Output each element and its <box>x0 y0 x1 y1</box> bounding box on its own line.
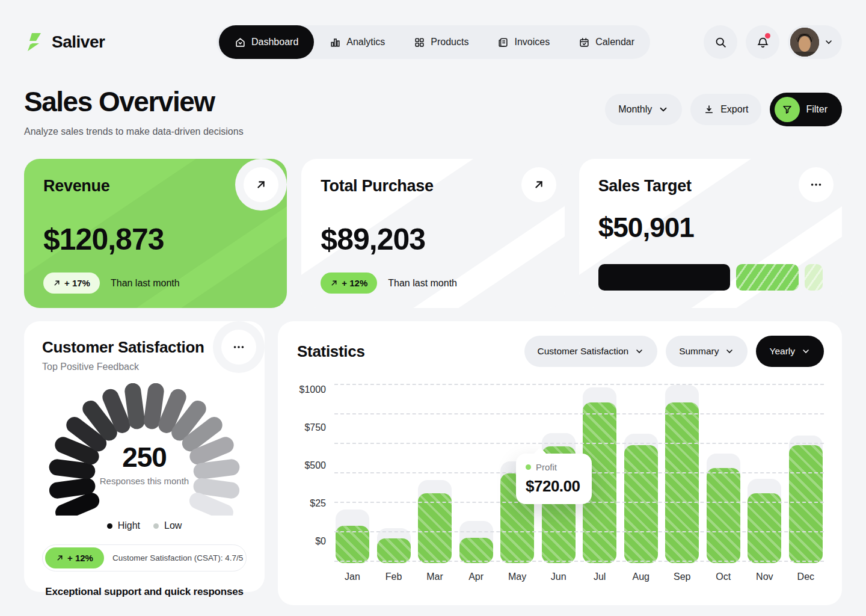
total-purchase-value: $89,203 <box>321 222 545 257</box>
statistics-dropdown-yearly[interactable]: Yearly <box>756 336 824 367</box>
page-header: Sales Overview Analyze sales trends to m… <box>24 85 842 137</box>
revenue-change-value: + 17% <box>64 278 90 288</box>
gauge-segment <box>64 501 91 513</box>
tooltip-label: Profit <box>526 462 582 472</box>
revenue-note: Than last month <box>111 278 180 289</box>
dropdown-label: Summary <box>679 346 719 357</box>
gauge-segment <box>197 501 225 513</box>
revenue-card: Revenue $120,873 + 17% Than last month <box>24 159 287 308</box>
satisfaction-legend-hight: Hight <box>107 520 140 531</box>
trend-up-icon <box>330 279 338 287</box>
chevron-down-icon <box>725 346 734 356</box>
x-axis-label-aug: Aug <box>624 571 658 582</box>
revenue-title: Revenue <box>43 177 268 196</box>
target-segment-total-target <box>805 264 823 291</box>
revenue-value: $120,873 <box>43 222 268 257</box>
revenue-open-button[interactable] <box>244 167 278 202</box>
chart-x-axis: JanFebMarAprMayJunJulAugSepOctNovDec <box>334 563 824 582</box>
revenue-footer: + 17% Than last month <box>43 273 268 294</box>
gridline <box>334 561 824 562</box>
satisfaction-legend: HightLow <box>42 520 247 531</box>
sales-target-title: Sales Target <box>598 177 823 196</box>
arrow-up-right-icon <box>254 178 268 191</box>
ellipsis-icon <box>232 340 245 354</box>
bar-profit-sep <box>665 402 699 563</box>
avatar-image <box>790 28 819 57</box>
funnel-icon <box>782 104 793 115</box>
statistics-dropdown-summary[interactable]: Summary <box>666 336 748 367</box>
gauge-segment <box>91 408 109 433</box>
csat-change-value: + 12% <box>67 553 93 563</box>
bar-profit-dec <box>789 445 823 563</box>
customer-satisfaction-card: Customer Satisfaction Top Positive Feedb… <box>24 321 265 592</box>
ellipsis-icon <box>809 178 823 191</box>
chevron-down-icon <box>658 104 669 115</box>
total-purchase-card: Total Purchase $89,203 + 12% Than last m… <box>301 159 564 308</box>
legend-label: Total Earning <box>675 306 728 308</box>
main-nav: DashboardAnalyticsProductsInvoicesCalend… <box>216 25 650 59</box>
arrow-up-right-icon <box>532 178 545 191</box>
x-axis-label-apr: Apr <box>459 571 493 582</box>
nav-item-analytics[interactable]: Analytics <box>316 28 398 57</box>
gauge-segment <box>180 408 198 433</box>
bar-chart-icon <box>330 37 341 48</box>
tooltip-series-dot <box>526 464 531 470</box>
nav-item-label: Invoices <box>514 37 550 48</box>
nav-item-calendar[interactable]: Calendar <box>565 28 648 57</box>
header-actions: Monthly Export Filter <box>605 94 842 126</box>
statistics-chart: $1000$750$500$25$0 Profit $720.00 <box>296 383 824 563</box>
legend-label: Total Target <box>773 306 819 308</box>
y-axis-tick: $25 <box>310 498 326 509</box>
nav-item-invoices[interactable]: Invoices <box>484 28 563 57</box>
page-subtitle: Analyze sales trends to make data-driven… <box>24 126 244 137</box>
customer-satisfaction-subtitle: Top Positive Feedback <box>42 362 247 372</box>
period-dropdown-label: Monthly <box>618 104 652 115</box>
statistics-header: Statistics Customer SatisfactionSummaryY… <box>296 336 824 367</box>
csat-change-badge: + 12% <box>45 547 104 568</box>
nav-item-dashboard[interactable]: Dashboard <box>219 25 314 59</box>
bolt-icon <box>24 32 45 52</box>
bar-profit-oct <box>707 468 740 563</box>
top-bar: Saliver DashboardAnalyticsProductsInvoic… <box>24 24 842 60</box>
app-logo: Saliver <box>24 32 105 52</box>
export-button[interactable]: Export <box>690 94 761 125</box>
y-axis-tick: $750 <box>304 422 326 433</box>
search-icon <box>714 36 727 49</box>
sales-target-menu-button[interactable] <box>799 167 834 202</box>
customer-satisfaction-menu-button[interactable] <box>221 330 256 365</box>
period-dropdown[interactable]: Monthly <box>605 94 682 125</box>
bar-profit-apr <box>459 538 493 563</box>
chevron-down-icon <box>801 346 811 356</box>
gauge-segment <box>201 486 232 490</box>
home-icon <box>235 37 246 48</box>
avatar <box>790 28 819 57</box>
chart-y-axis: $1000$750$500$25$0 <box>296 383 334 563</box>
satisfaction-gauge: 250 Responses this month <box>45 383 244 516</box>
x-axis-label-jan: Jan <box>336 571 369 582</box>
satisfaction-legend-low: Low <box>153 520 182 531</box>
statistics-dropdown-customer-satisfaction[interactable]: Customer Satisfaction <box>524 336 658 367</box>
bottom-row: Customer Satisfaction Top Positive Feedb… <box>24 321 842 605</box>
nav-item-label: Calendar <box>595 37 634 48</box>
total-purchase-open-button[interactable] <box>521 167 556 202</box>
statistics-controls: Customer SatisfactionSummaryYearly <box>524 336 824 367</box>
filter-button-label: Filter <box>806 104 828 115</box>
nav-item-products[interactable]: Products <box>401 28 482 57</box>
statistics-title: Statistics <box>297 342 365 361</box>
gridline <box>334 531 824 532</box>
bar-profit-aug <box>624 445 658 563</box>
notification-dot <box>765 33 770 38</box>
target-segment-total-earning <box>736 264 799 291</box>
notifications-button[interactable] <box>746 25 779 59</box>
trend-up-icon <box>53 279 61 287</box>
sales-target-value: $50,901 <box>598 211 823 244</box>
legend-dot <box>107 523 112 529</box>
nav-item-label: Products <box>431 37 468 48</box>
profile-menu[interactable] <box>788 25 842 59</box>
y-axis-tick: $0 <box>315 536 326 547</box>
dropdown-label: Customer Satisfaction <box>538 346 629 357</box>
search-button[interactable] <box>704 25 737 59</box>
gridline <box>334 413 824 414</box>
filter-button[interactable]: Filter <box>770 93 842 126</box>
gauge-segment <box>111 397 122 425</box>
